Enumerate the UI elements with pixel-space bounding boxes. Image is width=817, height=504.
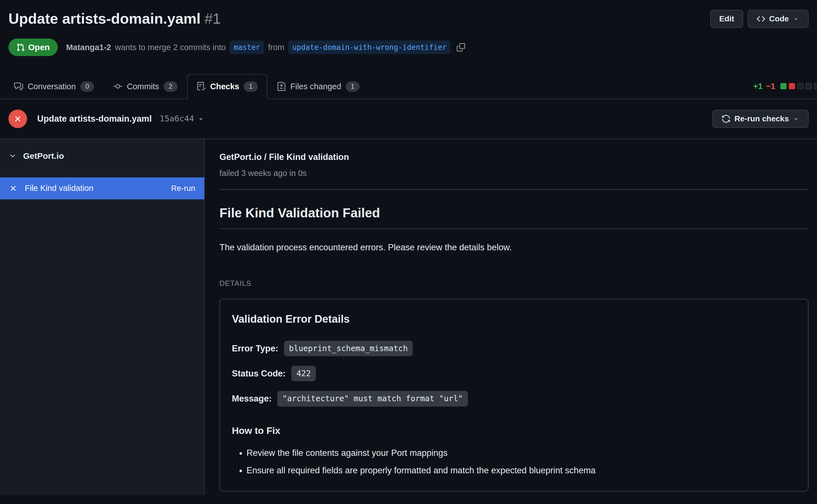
copy-icon (457, 43, 465, 52)
diffstat-square-added (780, 83, 787, 89)
pr-state-badge: Open (8, 39, 58, 56)
error-type-row: Error Type: blueprint_schema_mismatch (232, 341, 796, 356)
pr-header: Update artists-domain.yaml#1 Edit Code O… (0, 0, 817, 56)
check-output-heading: File Kind Validation Failed (219, 205, 809, 229)
pr-author[interactable]: Matanga1-2 (66, 42, 111, 53)
pr-byline-from: from (268, 42, 284, 53)
file-diff-icon (277, 82, 286, 91)
fix-list: Review the file contents against your Po… (232, 447, 796, 476)
check-detail-content: GetPort.io / File Kind validation failed… (205, 139, 817, 495)
rerun-checks-button[interactable]: Re-run checks (713, 110, 809, 128)
diffstat-square-neutral (814, 83, 817, 89)
error-type-value: blueprint_schema_mismatch (284, 341, 413, 356)
code-button-label: Code (769, 14, 789, 23)
sidebar-group-label: GetPort.io (23, 150, 64, 162)
checklist-icon (197, 82, 206, 91)
check-status-line: failed 3 weeks ago in 0s (219, 168, 809, 179)
code-button[interactable]: Code (748, 10, 809, 28)
pr-byline-text: wants to merge 2 commits into (115, 42, 226, 53)
validation-error-card: Validation Error Details Error Type: blu… (219, 299, 809, 492)
tab-label: Files changed (290, 81, 341, 92)
commit-sha: 15a6c44 (160, 113, 194, 124)
tab-label: Checks (210, 81, 239, 92)
commit-picker-caret[interactable] (197, 115, 204, 122)
copy-branch-button[interactable] (457, 43, 465, 52)
edit-button[interactable]: Edit (710, 10, 743, 28)
check-run-title: Update artists-domain.yaml (37, 113, 152, 125)
tab-counter: 0 (80, 81, 94, 92)
github-pr-checks-page: { "colors": { "page_bg": "#0d1117", "pan… (0, 0, 817, 504)
status-code-label: Status Code: (232, 367, 286, 380)
check-failed-icon (8, 110, 27, 128)
checks-sidebar: GetPort.io File Kind validation Re-run (0, 139, 205, 495)
git-commit-icon (113, 82, 122, 91)
page-title: Update artists-domain.yaml#1 (8, 10, 221, 28)
chevron-down-icon (9, 152, 16, 160)
tab-label: Conversation (28, 81, 76, 92)
tab-counter: 1 (244, 81, 257, 92)
tab-label: Commits (127, 81, 159, 92)
rerun-checks-label: Re-run checks (734, 114, 789, 123)
sidebar-rerun-link[interactable]: Re-run (171, 183, 195, 194)
edit-button-label: Edit (719, 14, 734, 23)
checks-body: GetPort.io File Kind validation Re-run G… (0, 139, 817, 495)
diffstat-additions: +1 (753, 81, 763, 92)
pr-title-text: Update artists-domain.yaml (8, 10, 201, 27)
diffstat-square-neutral (806, 83, 812, 89)
divider (219, 189, 809, 190)
details-section-label: DETAILS (219, 278, 809, 288)
base-branch-label[interactable]: master (230, 41, 264, 54)
tab-conversation[interactable]: Conversation 0 (5, 74, 104, 99)
diffstat-square-neutral (797, 83, 803, 89)
check-output-intro: The validation process encountered error… (219, 241, 809, 253)
diffstat-deletions: −1 (766, 81, 775, 92)
sync-icon (722, 114, 731, 123)
tab-commits[interactable]: Commits 2 (104, 74, 187, 99)
how-to-fix-heading: How to Fix (232, 424, 796, 438)
tab-counter: 2 (164, 81, 177, 92)
tab-checks[interactable]: Checks 1 (187, 74, 267, 99)
comment-discussion-icon (14, 82, 23, 91)
pr-title-row: Update artists-domain.yaml#1 Edit Code (8, 10, 809, 28)
chevron-down-icon (793, 15, 800, 22)
pr-tabnav: Conversation 0 Commits 2 Checks 1 Files … (0, 74, 817, 99)
diffstat[interactable]: +1 −1 (753, 81, 817, 92)
fix-list-item: Review the file contents against your Po… (246, 447, 796, 459)
fix-list-item: Ensure all required fields are properly … (246, 464, 796, 476)
status-code-row: Status Code: 422 (232, 366, 796, 381)
pr-byline-row: Open Matanga1-2 wants to merge 2 commits… (8, 39, 809, 56)
code-icon (757, 15, 765, 23)
head-branch-label[interactable]: update-domain-with-wrong-identifier (288, 41, 451, 54)
chevron-down-icon (793, 115, 800, 122)
check-run-header: Update artists-domain.yaml 15a6c44 Re-ru… (0, 99, 817, 139)
triangle-down-icon (197, 115, 204, 122)
error-type-label: Error Type: (232, 342, 278, 354)
sidebar-group-getport[interactable]: GetPort.io (0, 149, 204, 163)
diffstat-square-deleted (789, 83, 795, 89)
message-label: Message: (232, 393, 271, 405)
pr-state-label: Open (28, 41, 50, 53)
message-row: Message: "architecture" must match forma… (232, 391, 796, 406)
sidebar-item-label: File Kind validation (25, 182, 93, 194)
card-title: Validation Error Details (232, 312, 796, 327)
check-breadcrumb: GetPort.io / File Kind validation (219, 151, 809, 163)
message-value: "architecture" must match format "url" (277, 391, 468, 406)
tab-files-changed[interactable]: Files changed 1 (267, 74, 369, 99)
pr-byline: Matanga1-2 wants to merge 2 commits into… (66, 41, 466, 54)
git-pull-request-icon (16, 43, 25, 52)
status-code-value: 422 (291, 366, 316, 381)
pr-number: #1 (204, 10, 221, 27)
header-buttons: Edit Code (710, 10, 809, 28)
tab-counter: 1 (346, 81, 359, 92)
sidebar-item-file-kind-validation[interactable]: File Kind validation Re-run (0, 177, 204, 199)
x-icon (9, 184, 17, 193)
